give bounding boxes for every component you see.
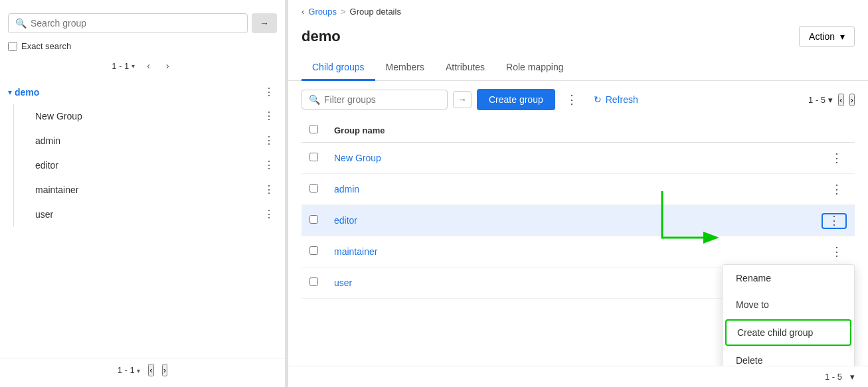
refresh-icon: ↻ bbox=[594, 94, 602, 105]
page-title: demo bbox=[302, 28, 341, 45]
row-group-name[interactable]: maintainer bbox=[326, 236, 653, 268]
row-checkbox[interactable] bbox=[309, 246, 318, 255]
breadcrumb: ‹ Groups > Group details bbox=[288, 0, 868, 23]
table-header-checkbox bbox=[302, 118, 326, 143]
exact-search-label: Exact search bbox=[21, 41, 71, 51]
tree-child-more-button[interactable]: ⋮ bbox=[261, 157, 277, 173]
table-prev-button[interactable]: ‹ bbox=[838, 94, 843, 106]
chevron-down-icon: ▾ bbox=[840, 31, 845, 42]
search-input[interactable] bbox=[31, 18, 240, 29]
bottom-pagination: 1 - 5 ▾ bbox=[288, 366, 868, 387]
exact-search-checkbox[interactable] bbox=[8, 42, 17, 51]
breadcrumb-separator: > bbox=[341, 7, 346, 17]
tree-child-label: user bbox=[35, 209, 261, 220]
sidebar-prev-button-top[interactable]: ‹ bbox=[143, 59, 154, 72]
tree-child-more-button[interactable]: ⋮ bbox=[261, 133, 277, 148]
tabs-bar: Child groups Members Attributes Role map… bbox=[288, 55, 868, 81]
main-content: ‹ Groups > Group details demo Action ▾ C… bbox=[288, 0, 868, 387]
tree-container: ▾ demo ⋮ New Group ⋮ admin ⋮ editor ⋮ ma… bbox=[0, 78, 285, 358]
row-more-button-wrap: ⋮ bbox=[822, 213, 847, 229]
bottom-page-info: 1 - 5 bbox=[825, 372, 842, 382]
tree-child-label: New Group bbox=[35, 111, 261, 121]
sidebar-page-info-bottom: 1 - 1 ▾ bbox=[118, 365, 141, 375]
chevron-down-icon: ▾ bbox=[137, 367, 140, 374]
breadcrumb-groups-link[interactable]: Groups bbox=[308, 7, 337, 17]
sidebar-page-info-top: 1 - 1 ▾ bbox=[112, 61, 135, 71]
tree-child-editor[interactable]: editor ⋮ bbox=[35, 153, 285, 177]
tree-child-maintainer[interactable]: maintainer ⋮ bbox=[35, 177, 285, 202]
tree-child-label: maintainer bbox=[35, 185, 261, 195]
tree-children: New Group ⋮ admin ⋮ editor ⋮ maintainer … bbox=[13, 104, 285, 226]
row-group-name[interactable]: editor bbox=[326, 205, 653, 236]
action-button[interactable]: Action ▾ bbox=[799, 26, 855, 47]
search-bar: 🔍 → bbox=[8, 13, 277, 33]
page-header: demo Action ▾ bbox=[288, 23, 868, 55]
filter-wrap: 🔍 bbox=[302, 90, 448, 110]
menu-item-rename[interactable]: Rename bbox=[723, 265, 854, 291]
row-more-button[interactable]: ⋮ bbox=[827, 243, 847, 260]
tree-child-more-button[interactable]: ⋮ bbox=[261, 206, 277, 222]
tree-child-admin[interactable]: admin ⋮ bbox=[35, 128, 285, 153]
filter-arrow-button[interactable]: → bbox=[453, 91, 472, 108]
row-group-name[interactable]: New Group bbox=[326, 143, 653, 174]
row-more-button[interactable]: ⋮ bbox=[827, 149, 847, 167]
tree-root-label: demo bbox=[15, 87, 261, 98]
row-group-name[interactable]: user bbox=[326, 268, 653, 299]
tab-role-mapping[interactable]: Role mapping bbox=[495, 55, 574, 81]
create-group-button[interactable]: Create group bbox=[477, 89, 555, 110]
table-row: New Group ⋮ bbox=[302, 143, 855, 174]
exact-search-row: Exact search bbox=[8, 41, 277, 51]
bottom-chevron-icon: ▾ bbox=[850, 372, 855, 382]
action-button-label: Action bbox=[809, 31, 835, 42]
row-more-button[interactable]: ⋮ bbox=[827, 181, 847, 198]
row-group-name[interactable]: admin bbox=[326, 174, 653, 205]
table-header-group-name: Group name bbox=[326, 118, 653, 143]
breadcrumb-current: Group details bbox=[350, 7, 401, 17]
expand-icon: ▾ bbox=[8, 88, 12, 97]
filter-search-icon: 🔍 bbox=[309, 94, 320, 105]
tree-child-new-group[interactable]: New Group ⋮ bbox=[35, 104, 285, 128]
tab-attributes[interactable]: Attributes bbox=[435, 55, 495, 81]
menu-item-delete[interactable]: Delete bbox=[723, 347, 854, 366]
table-next-button[interactable]: › bbox=[849, 94, 855, 106]
sidebar-pagination-bottom: 1 - 1 ▾ ‹ › bbox=[0, 358, 285, 379]
tree-root-item[interactable]: ▾ demo ⋮ bbox=[0, 80, 285, 104]
search-input-wrap: 🔍 bbox=[8, 13, 248, 33]
filter-input[interactable] bbox=[324, 94, 440, 105]
tree-child-more-button[interactable]: ⋮ bbox=[261, 182, 277, 197]
row-checkbox[interactable] bbox=[309, 215, 318, 224]
dropdown-menu: Rename Move to Create child group Delete bbox=[722, 264, 855, 366]
tree-child-user[interactable]: user ⋮ bbox=[35, 202, 285, 226]
sidebar-next-button-bottom[interactable]: › bbox=[162, 364, 167, 376]
row-more-button[interactable]: ⋮ bbox=[824, 212, 844, 229]
search-arrow-button[interactable]: → bbox=[252, 13, 277, 33]
breadcrumb-back-icon: ‹ bbox=[302, 7, 304, 17]
page-select: 1 - 5 ▾ bbox=[808, 95, 833, 105]
refresh-label: Refresh bbox=[606, 94, 638, 105]
menu-item-create-child-group[interactable]: Create child group bbox=[725, 319, 851, 346]
sidebar-prev-button-bottom[interactable]: ‹ bbox=[148, 364, 153, 376]
row-checkbox[interactable] bbox=[309, 184, 318, 193]
tree-child-label: editor bbox=[35, 160, 261, 171]
sidebar-next-button-top[interactable]: › bbox=[162, 59, 173, 72]
table-header-actions bbox=[653, 118, 855, 143]
table-row: admin ⋮ bbox=[302, 174, 855, 205]
tab-members[interactable]: Members bbox=[375, 55, 435, 81]
toolbar: 🔍 → Create group ⋮ ↻ Refresh 1 - 5 ▾ ‹ › bbox=[288, 81, 868, 118]
menu-item-move-to[interactable]: Move to bbox=[723, 291, 854, 318]
tree-root-more-button[interactable]: ⋮ bbox=[261, 84, 277, 100]
sidebar: 🔍 → Exact search 1 - 1 ▾ ‹ › ▾ demo ⋮ Ne… bbox=[0, 0, 286, 387]
table-row: maintainer ⋮ bbox=[302, 236, 855, 268]
table-row-highlighted: editor ⋮ bbox=[302, 205, 855, 236]
table-container: Group name New Group ⋮ admin ⋮ editor bbox=[288, 118, 868, 366]
row-checkbox[interactable] bbox=[309, 153, 318, 161]
chevron-down-icon: ▾ bbox=[131, 62, 135, 70]
row-checkbox[interactable] bbox=[309, 277, 318, 286]
page-chevron-down-icon: ▾ bbox=[828, 95, 833, 105]
select-all-checkbox[interactable] bbox=[309, 125, 318, 133]
tree-child-more-button[interactable]: ⋮ bbox=[261, 108, 277, 123]
toolbar-more-button[interactable]: ⋮ bbox=[561, 90, 583, 110]
tab-child-groups[interactable]: Child groups bbox=[302, 55, 375, 81]
refresh-button[interactable]: ↻ Refresh bbox=[588, 92, 644, 108]
sidebar-pagination-top: 1 - 1 ▾ ‹ › bbox=[0, 56, 285, 78]
